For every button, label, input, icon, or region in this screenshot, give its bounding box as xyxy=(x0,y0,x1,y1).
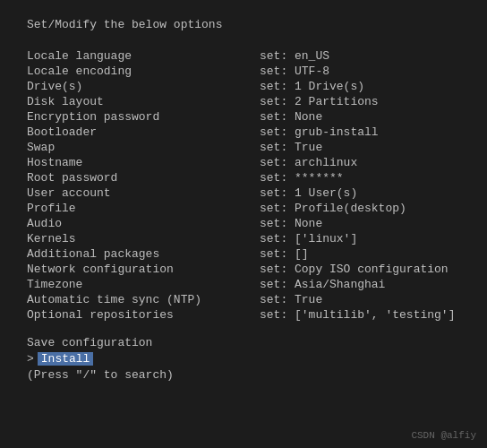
option-value: set: UTF-8 xyxy=(260,65,329,78)
option-label: Bootloader xyxy=(27,125,260,139)
option-value: set: en_US xyxy=(260,49,329,63)
option-row[interactable]: Locale encodingset: UTF-8 xyxy=(27,65,460,78)
save-configuration-item[interactable]: Save configuration xyxy=(27,336,460,349)
install-row: > Install xyxy=(27,352,460,366)
option-value: set: ['linux'] xyxy=(260,232,357,246)
option-label: Hostname xyxy=(27,156,260,169)
option-value: set: 1 User(s) xyxy=(260,186,357,200)
options-list: Locale languageset: en_USLocale encoding… xyxy=(27,49,460,322)
option-label: Optional repositories xyxy=(27,308,260,322)
option-value: set: [] xyxy=(260,247,309,261)
terminal-window: Set/Modify the below options Locale lang… xyxy=(0,0,487,448)
option-label: User account xyxy=(27,186,260,200)
option-value: set: Profile(desktop) xyxy=(260,202,406,215)
option-value: set: True xyxy=(260,141,322,154)
option-label: Disk layout xyxy=(27,95,260,108)
option-value: set: 1 Drive(s) xyxy=(260,80,364,93)
option-label: Profile xyxy=(27,202,260,215)
search-hint-text: (Press "/" to search) xyxy=(27,368,460,382)
option-row[interactable]: User accountset: 1 User(s) xyxy=(27,186,460,200)
option-value: set: ['multilib', 'testing'] xyxy=(260,308,455,322)
option-value: set: Copy ISO configuration xyxy=(260,263,449,276)
option-label: Automatic time sync (NTP) xyxy=(27,293,260,306)
option-value: set: None xyxy=(260,217,322,230)
install-button[interactable]: Install xyxy=(38,352,94,366)
option-row[interactable]: Optional repositoriesset: ['multilib', '… xyxy=(27,308,460,322)
option-row[interactable]: Hostnameset: archlinux xyxy=(27,156,460,169)
option-label: Audio xyxy=(27,217,260,230)
option-value: set: ******* xyxy=(260,171,344,185)
watermark: CSDN @alfiy xyxy=(411,430,476,441)
option-label: Encryption password xyxy=(27,110,260,124)
option-label: Swap xyxy=(27,141,260,154)
option-row[interactable]: Root passwordset: ******* xyxy=(27,171,460,185)
option-label: Timezone xyxy=(27,278,260,291)
option-row[interactable]: Swapset: True xyxy=(27,141,460,154)
option-value: set: Asia/Shanghai xyxy=(260,278,385,291)
option-row[interactable]: Profileset: Profile(desktop) xyxy=(27,202,460,215)
option-value: set: archlinux xyxy=(260,156,357,169)
option-label: Locale language xyxy=(27,49,260,63)
option-row[interactable]: Drive(s)set: 1 Drive(s) xyxy=(27,80,460,93)
option-label: Locale encoding xyxy=(27,65,260,78)
option-label: Network configuration xyxy=(27,263,260,276)
option-row[interactable]: Bootloaderset: grub-install xyxy=(27,125,460,139)
option-row[interactable]: Locale languageset: en_US xyxy=(27,49,460,63)
option-value: set: 2 Partitions xyxy=(260,95,379,108)
arrow-icon: > xyxy=(27,352,34,366)
header-title: Set/Modify the below options xyxy=(27,18,222,31)
option-label: Drive(s) xyxy=(27,80,260,93)
header-text: Set/Modify the below options xyxy=(27,18,460,31)
option-row[interactable]: Automatic time sync (NTP)set: True xyxy=(27,293,460,306)
option-row[interactable]: Additional packagesset: [] xyxy=(27,247,460,261)
option-label: Kernels xyxy=(27,232,260,246)
option-row[interactable]: Disk layoutset: 2 Partitions xyxy=(27,95,460,108)
option-row[interactable]: Network configurationset: Copy ISO confi… xyxy=(27,263,460,276)
option-label: Additional packages xyxy=(27,247,260,261)
option-row[interactable]: Audioset: None xyxy=(27,217,460,230)
option-row[interactable]: Kernelsset: ['linux'] xyxy=(27,232,460,246)
option-value: set: None xyxy=(260,110,322,124)
option-label: Root password xyxy=(27,171,260,185)
option-row[interactable]: Encryption passwordset: None xyxy=(27,110,460,124)
save-config-label: Save configuration xyxy=(27,336,152,349)
option-row[interactable]: Timezoneset: Asia/Shanghai xyxy=(27,278,460,291)
option-value: set: grub-install xyxy=(260,125,379,139)
footer-section: Save configuration > Install (Press "/" … xyxy=(27,336,460,382)
option-value: set: True xyxy=(260,293,322,306)
